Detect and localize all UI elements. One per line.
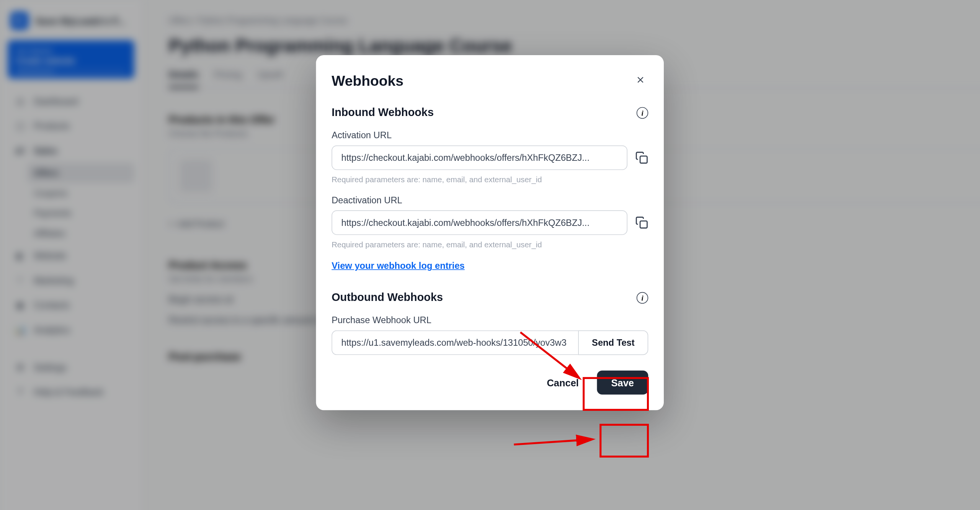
activation-url-input[interactable]: https://checkout.kajabi.com/webhooks/off… — [332, 145, 627, 170]
purchase-url-input[interactable]: https://u1.savemyleads.com/web-hooks/131… — [332, 330, 578, 355]
info-icon-outbound[interactable]: i — [637, 292, 648, 304]
deactivation-label: Deactivation URL — [332, 195, 648, 205]
send-test-button[interactable]: Send Test — [578, 330, 648, 355]
info-icon[interactable]: i — [637, 107, 648, 119]
cancel-button[interactable]: Cancel — [539, 371, 586, 395]
close-button[interactable] — [633, 71, 648, 91]
deactivation-hint: Required parameters are: name, email, an… — [332, 240, 648, 249]
modal-title: Webhooks — [332, 72, 403, 89]
inbound-title: Inbound Webhooks — [332, 106, 434, 119]
purchase-label: Purchase Webhook URL — [332, 315, 648, 325]
view-log-link[interactable]: View your webhook log entries — [332, 260, 465, 271]
save-button[interactable]: Save — [597, 371, 648, 395]
svg-line-9 — [514, 440, 591, 445]
activation-hint: Required parameters are: name, email, an… — [332, 175, 648, 185]
copy-deactivation-button[interactable] — [635, 216, 648, 229]
deactivation-url-input[interactable]: https://checkout.kajabi.com/webhooks/off… — [332, 210, 627, 235]
copy-activation-button[interactable] — [635, 151, 648, 164]
annotation-box-save — [599, 424, 649, 458]
annotation-arrow-save — [511, 432, 601, 451]
svg-rect-4 — [640, 156, 647, 163]
webhooks-modal: Webhooks Inbound Webhooks i Activation U… — [316, 55, 664, 410]
activation-label: Activation URL — [332, 130, 648, 140]
svg-rect-5 — [640, 221, 647, 228]
outbound-title: Outbound Webhooks — [332, 291, 443, 304]
